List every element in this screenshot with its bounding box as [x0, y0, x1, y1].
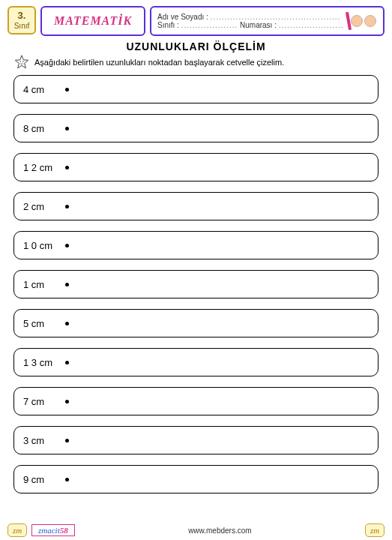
start-dot — [65, 166, 69, 170]
start-dot — [65, 205, 69, 208]
measurement-item: 1 2 cm — [13, 153, 379, 182]
measurement-item: 8 cm — [13, 114, 379, 142]
kid-icon — [364, 15, 376, 27]
start-dot — [65, 244, 69, 248]
svg-point-1 — [22, 61, 23, 62]
measurement-label: 1 2 cm — [23, 162, 59, 173]
kid-icon — [351, 15, 363, 27]
author-box: zmacit58 — [31, 524, 75, 536]
start-dot — [65, 478, 69, 482]
measurement-label: 4 cm — [23, 84, 59, 95]
start-dot — [65, 400, 69, 404]
measurement-label: 1 0 cm — [23, 240, 59, 251]
start-dot — [65, 88, 69, 92]
measurement-item: 9 cm — [13, 465, 379, 494]
footer-left: zm zmacit58 — [7, 524, 75, 537]
measurement-label: 1 3 cm — [23, 357, 59, 368]
measurement-item: 5 cm — [13, 309, 379, 338]
measurement-item: 4 cm — [13, 75, 379, 104]
grade-number: 3. — [18, 10, 26, 21]
measurement-label: 8 cm — [23, 123, 59, 134]
worksheet-header: 3. Sınıf MATEMATİK Adı ve Soyadı : .....… — [7, 6, 385, 36]
start-dot — [65, 361, 69, 364]
kids-illustration — [343, 9, 380, 33]
measurement-item: 2 cm — [13, 192, 379, 220]
measurement-item: 1 cm — [13, 270, 379, 298]
instruction-text: Aşağıdaki belirtilen uzunlukları noktada… — [34, 58, 284, 67]
student-info-box: Adı ve Soyadı : ........................… — [150, 6, 385, 36]
measurement-label: 9 cm — [23, 474, 59, 485]
measurement-label: 7 cm — [23, 396, 59, 407]
subject-title: MATEMATİK — [40, 6, 145, 36]
measurement-item: 7 cm — [13, 387, 379, 416]
measurement-item: 1 3 cm — [13, 348, 379, 376]
corner-badge-right: zm — [365, 524, 385, 537]
start-dot — [65, 439, 69, 442]
measurement-item: 3 cm — [13, 426, 379, 454]
grade-badge: 3. Sınıf — [7, 6, 36, 34]
worksheet-title: UZUNLUKLARI ÖLÇELİM — [0, 40, 392, 52]
measurement-label: 2 cm — [23, 201, 59, 212]
footer: zm zmacit58 www.mebders.com zm — [0, 524, 392, 537]
svg-point-0 — [19, 61, 20, 62]
start-dot — [65, 322, 69, 326]
footer-site: www.mebders.com — [75, 526, 365, 535]
measurement-item: 1 0 cm — [13, 231, 379, 260]
start-dot — [65, 283, 69, 286]
corner-badge-left: zm — [7, 524, 27, 537]
measurement-label: 3 cm — [23, 435, 59, 446]
start-dot — [65, 127, 69, 130]
star-icon — [13, 54, 30, 70]
measurement-label: 5 cm — [23, 318, 59, 329]
grade-label: Sınıf — [14, 22, 30, 30]
instruction-row: Aşağıdaki belirtilen uzunlukları noktada… — [13, 54, 379, 70]
measurement-label: 1 cm — [23, 279, 59, 290]
measurement-list: 4 cm8 cm1 2 cm2 cm1 0 cm1 cm5 cm1 3 cm7 … — [13, 75, 379, 494]
